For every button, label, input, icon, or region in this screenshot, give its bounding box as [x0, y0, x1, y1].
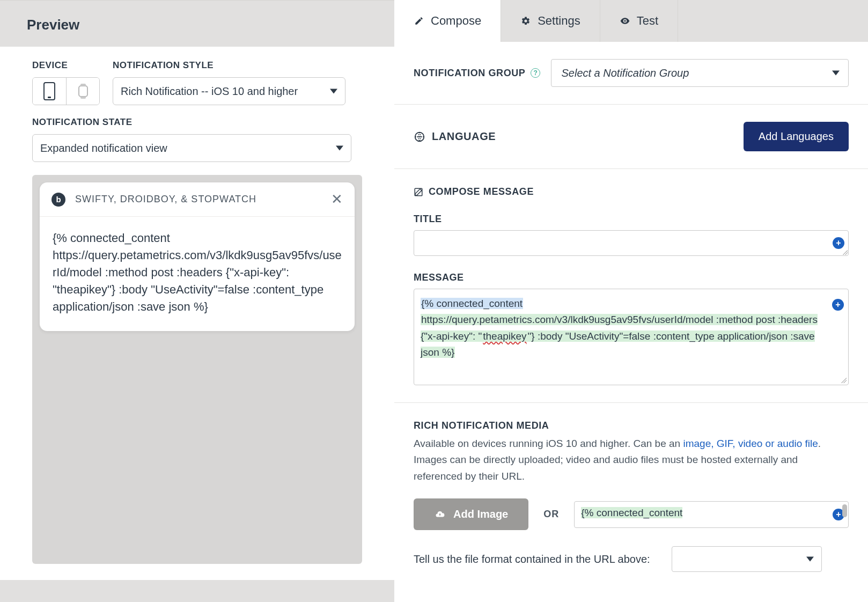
notification-group-placeholder: Select a Notification Group	[561, 67, 689, 79]
edit-icon	[414, 187, 423, 197]
help-icon[interactable]: ?	[531, 68, 540, 78]
preview-canvas: b SWIFTY, DROIDBOY, & STOPWATCH ✕ {% con…	[32, 175, 362, 564]
gear-icon	[520, 16, 531, 26]
device-label: DEVICE	[32, 60, 100, 71]
notification-state-label: NOTIFICATION STATE	[32, 117, 362, 128]
notification-style-label: NOTIFICATION STYLE	[113, 60, 345, 71]
notification-style-select[interactable]: Rich Notification -- iOS 10 and higher	[113, 77, 345, 105]
notification-state-value: Expanded notification view	[40, 142, 167, 155]
notification-group-select[interactable]: Select a Notification Group	[551, 59, 849, 87]
device-phone-button[interactable]	[33, 78, 66, 105]
rich-media-link[interactable]: image, GIF, video or audio file	[683, 438, 818, 449]
media-url-text: {% connected_content	[581, 507, 682, 518]
close-icon[interactable]: ✕	[331, 191, 343, 208]
tab-compose[interactable]: Compose	[394, 0, 501, 42]
notification-preview-card: b SWIFTY, DROIDBOY, & STOPWATCH ✕ {% con…	[40, 182, 355, 331]
message-insert-button[interactable]: +	[832, 299, 844, 311]
chevron-down-icon	[806, 557, 814, 562]
add-languages-button[interactable]: Add Languages	[744, 122, 849, 151]
tab-settings-label: Settings	[538, 14, 580, 28]
title-label: TITLE	[414, 214, 849, 225]
notification-group-label: NOTIFICATION GROUP ?	[414, 68, 540, 79]
message-line2b: theapikey	[482, 331, 527, 342]
cloud-upload-icon	[434, 510, 446, 519]
phone-icon	[43, 82, 55, 100]
tab-compose-label: Compose	[431, 14, 481, 28]
rich-media-header: RICH NOTIFICATION MEDIA	[414, 420, 849, 431]
scrollbar-thumb[interactable]	[842, 504, 847, 517]
preview-title: Preview	[27, 17, 367, 33]
add-image-button[interactable]: Add Image	[414, 498, 528, 530]
media-url-input[interactable]: {% connected_content	[574, 501, 849, 528]
app-name: SWIFTY, DROIDBOY, & STOPWATCH	[75, 194, 331, 205]
file-format-select[interactable]	[672, 546, 822, 572]
device-watch-button[interactable]	[66, 78, 99, 105]
compose-message-header: COMPOSE MESSAGE	[414, 186, 849, 197]
chevron-down-icon	[336, 146, 343, 151]
chevron-down-icon	[330, 89, 337, 94]
language-label: LANGUAGE	[414, 130, 496, 143]
resize-handle-icon[interactable]	[841, 378, 847, 383]
title-input[interactable]	[414, 230, 849, 256]
app-icon: b	[52, 193, 65, 207]
pencil-icon	[414, 16, 424, 26]
notification-state-select[interactable]: Expanded notification view	[32, 134, 351, 162]
message-textarea[interactable]: {% connected_content https://query.petam…	[414, 289, 849, 385]
message-line1: {% connected_content	[421, 298, 523, 309]
chevron-down-icon	[832, 71, 840, 76]
file-format-label: Tell us the file format contained in the…	[414, 553, 650, 566]
message-label: MESSAGE	[414, 272, 849, 283]
globe-icon	[414, 131, 425, 143]
eye-icon	[620, 16, 630, 26]
device-toggle	[32, 77, 100, 105]
tab-settings[interactable]: Settings	[501, 0, 600, 42]
preview-body-text: {% connected_content https://query.petam…	[40, 217, 355, 331]
tab-bar: Compose Settings Test	[394, 0, 868, 42]
resize-handle-icon[interactable]	[842, 249, 848, 255]
watch-icon	[78, 85, 88, 97]
tab-test[interactable]: Test	[600, 0, 678, 42]
preview-pane: Preview DEVICE NOTIFICATION STYL	[0, 0, 394, 602]
tab-test-label: Test	[637, 14, 658, 28]
editor-pane: Compose Settings Test NOTIFICATION GROUP	[394, 0, 868, 602]
or-separator: OR	[543, 509, 559, 520]
rich-media-description: Available on devices running iOS 10 and …	[414, 436, 849, 484]
notification-style-value: Rich Notification -- iOS 10 and higher	[121, 85, 298, 98]
title-insert-button[interactable]: +	[833, 237, 844, 249]
